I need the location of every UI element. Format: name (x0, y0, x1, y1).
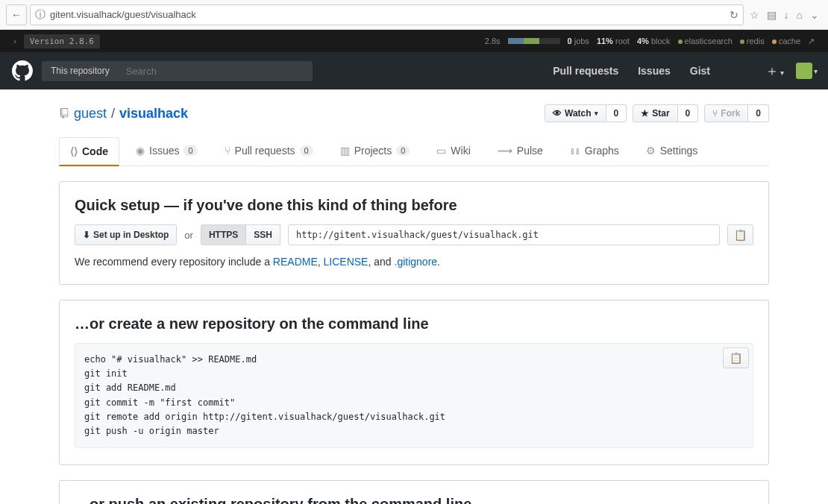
main-nav: This repository Pull requests Issues Gis… (0, 52, 828, 89)
jobs-count: 0 (568, 37, 572, 45)
repo-owner-link[interactable]: guest (74, 106, 107, 122)
copy-url-button[interactable]: 📋 (727, 224, 753, 245)
recommend-text: We recommend every repository include a … (75, 256, 753, 268)
debug-bar: › Version 2.8.6 2.8s 0 jobs 11% root 4% … (0, 30, 828, 52)
pocket-icon[interactable]: ⌄ (810, 9, 819, 21)
fork-icon: ⑂ (712, 108, 718, 119)
gear-icon: ⚙ (646, 145, 656, 157)
repo-sep: / (111, 106, 115, 122)
desktop-icon: ⬇ (83, 230, 90, 240)
quick-setup-heading: Quick setup — if you've done this kind o… (75, 197, 753, 214)
gitignore-link[interactable]: .gitignore (395, 256, 438, 268)
ssh-button[interactable]: SSH (246, 224, 280, 245)
reload-icon[interactable]: ↻ (730, 9, 738, 21)
github-logo-icon[interactable] (10, 59, 34, 83)
create-repo-box: …or create a new repository on the comma… (59, 300, 769, 465)
pr-icon: ⑂ (225, 145, 230, 157)
book-icon: ▭ (436, 145, 446, 157)
or-text: or (184, 230, 193, 241)
repo-name-link[interactable]: visualhack (119, 106, 188, 122)
debug-progress (508, 38, 560, 44)
clipboard-icon: 📋 (730, 352, 742, 364)
nav-pull-requests[interactable]: Pull requests (547, 65, 624, 77)
eye-icon: 👁 (553, 108, 562, 119)
clipboard-icon: 📋 (734, 229, 747, 241)
avatar (796, 63, 812, 79)
watch-count[interactable]: 0 (606, 104, 627, 122)
block-pct: 4% (637, 37, 649, 45)
graph-icon: ⫾⫾ (570, 145, 580, 157)
star-icon: ★ (641, 108, 649, 119)
root-pct: 11% (597, 37, 613, 45)
code-icon: ⟨⟩ (70, 145, 78, 157)
desktop-button[interactable]: ⬇Set up in Desktop (75, 224, 177, 245)
repo-icon (59, 108, 69, 119)
push-repo-heading: …or push an existing repository from the… (75, 496, 753, 504)
cache-status: cache (772, 37, 800, 45)
issue-icon: ◉ (136, 145, 145, 157)
repo-tabs: ⟨⟩Code ◉Issues0 ⑂Pull requests0 ▥Project… (59, 137, 769, 166)
tab-graphs[interactable]: ⫾⫾Graphs (559, 137, 630, 166)
es-status: elasticsearch (678, 37, 733, 45)
url-bar[interactable]: ⓘ gitent.visualhack/guest/visualhack ↻ (30, 4, 744, 25)
debug-time: 2.8s (485, 37, 501, 45)
https-button[interactable]: HTTPS (201, 224, 246, 245)
nav-issues[interactable]: Issues (632, 65, 677, 77)
tab-wiki[interactable]: ▭Wiki (426, 137, 480, 166)
nav-gist[interactable]: Gist (684, 65, 716, 77)
root-label: root (615, 37, 630, 45)
tab-pulse[interactable]: ⟿Pulse (487, 137, 553, 166)
create-repo-commands[interactable]: echo "# visualhack" >> README.md git ini… (75, 343, 753, 448)
tab-pull-requests[interactable]: ⑂Pull requests0 (214, 137, 324, 166)
home-icon[interactable]: ⌂ (797, 9, 803, 21)
debug-chevron-icon: › (13, 37, 16, 45)
clone-url-input[interactable] (288, 224, 720, 245)
create-new-menu[interactable]: ＋▾ (761, 62, 788, 80)
user-menu[interactable]: ▾ (796, 63, 818, 79)
search-input[interactable] (119, 61, 313, 81)
readme-link[interactable]: README (273, 256, 318, 268)
version-chip: Version 2.8.6 (24, 34, 100, 48)
fork-button[interactable]: ⑂Fork (704, 104, 748, 122)
copy-create-button[interactable]: 📋 (723, 347, 749, 368)
download-icon[interactable]: ↓ (784, 9, 789, 21)
tab-projects[interactable]: ▥Projects0 (330, 137, 421, 166)
star-button[interactable]: ★Star (633, 104, 677, 122)
fork-count[interactable]: 0 (748, 104, 769, 122)
push-repo-box: …or push an existing repository from the… (59, 480, 769, 504)
tab-issues[interactable]: ◉Issues0 (125, 137, 208, 166)
browser-tools: ☆ ▤ ↓ ⌂ ⌄ (747, 9, 822, 21)
jobs-label: jobs (574, 37, 589, 45)
browser-toolbar: ← ⓘ gitent.visualhack/guest/visualhack ↻… (0, 0, 828, 30)
tab-settings[interactable]: ⚙Settings (636, 137, 709, 166)
repo-header: guest / visualhack 👁Watch▾ 0 ★Star 0 ⑂Fo… (59, 104, 769, 122)
url-text: gitent.visualhack/guest/visualhack (50, 9, 725, 20)
quick-setup-box: Quick setup — if you've done this kind o… (59, 181, 769, 285)
tab-code[interactable]: ⟨⟩Code (59, 137, 119, 166)
pulse-icon: ⟿ (498, 145, 512, 157)
info-icon[interactable]: ⓘ (35, 8, 46, 22)
bookmark-icon[interactable]: ☆ (750, 9, 759, 21)
chevron-down-icon: ▾ (595, 110, 598, 117)
license-link[interactable]: LICENSE (324, 256, 368, 268)
search-scope[interactable]: This repository (42, 61, 119, 81)
create-repo-heading: …or create a new repository on the comma… (75, 315, 753, 333)
project-icon: ▥ (340, 145, 350, 157)
library-icon[interactable]: ▤ (767, 9, 777, 21)
back-button[interactable]: ← (6, 4, 27, 25)
star-count[interactable]: 0 (678, 104, 699, 122)
redis-status: redis (740, 37, 765, 45)
rocket-icon[interactable]: ↗ (808, 37, 815, 46)
watch-button[interactable]: 👁Watch▾ (545, 104, 606, 122)
repo-title: guest / visualhack (59, 106, 188, 122)
block-label: block (651, 37, 671, 45)
